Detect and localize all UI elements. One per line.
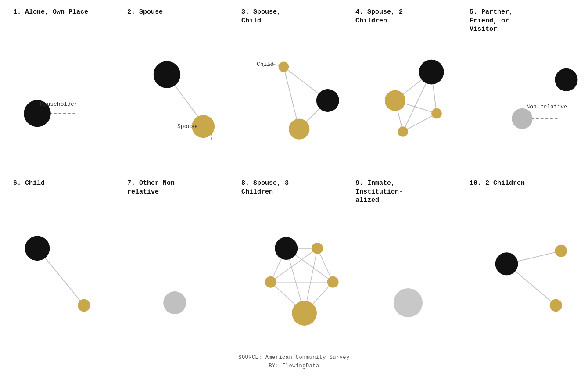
diagram-1: Householder [9,31,123,176]
main-grid: 1. Alone, Own Place Householder 2. Spous… [0,0,588,351]
title-10: 10. 2 Children [470,179,575,188]
svg-text:Non-relative: Non-relative [526,104,567,110]
cell-1: 1. Alone, Own Place Householder [9,4,123,176]
svg-point-12 [289,118,309,139]
cell-2: 2. Spouse Spouse [123,4,237,176]
diagram-4 [351,31,465,176]
diagram-9 [351,202,465,347]
svg-point-23 [398,126,408,137]
svg-point-25 [512,108,532,129]
title-2: 2. Spouse [127,8,233,17]
cell-6: 6. Child [9,176,123,347]
cell-8: 8. Spouse, 3Children [237,176,351,347]
diagram-7 [123,202,237,347]
diagram-6 [9,202,123,347]
svg-point-43 [312,243,323,254]
title-5: 5. Partner,Friend, orVisitor [470,8,575,34]
svg-point-51 [555,245,567,257]
title-1: 1. Alone, Own Place [13,8,118,17]
title-9: 9. Inmate,Institution-alized [355,179,461,205]
cell-7: 7. Other Non-relative [123,176,237,347]
svg-point-50 [495,252,518,275]
footer: SOURCE: American Community Survey BY: Fl… [0,351,588,374]
diagram-2: Spouse [123,31,237,176]
title-6: 6. Child [13,179,118,188]
svg-point-4 [154,61,180,88]
title-8: 8. Spouse, 3Children [241,179,347,196]
svg-point-10 [279,61,289,72]
svg-point-42 [275,237,298,260]
title-7: 7. Other Non-relative [127,179,233,196]
footer-source: SOURCE: American Community Survey [0,354,588,362]
cell-4: 4. Spouse, 2Children [351,4,465,176]
footer-by: BY: FlowingData [0,362,588,370]
svg-point-46 [292,301,317,326]
svg-point-52 [550,299,562,312]
diagram-5: Non-relative [465,31,579,176]
cell-5: 5. Partner,Friend, orVisitor Non-relativ… [465,4,579,176]
cell-3: 3. Spouse,Child Child [237,4,351,176]
svg-point-44 [327,276,339,288]
cell-9: 9. Inmate,Institution-alized [351,176,465,347]
cell-10: 10. 2 Children [465,176,579,347]
svg-text:Spouse: Spouse [177,123,198,130]
svg-point-45 [265,276,276,288]
diagram-3: Child [237,31,351,176]
svg-point-29 [25,236,50,261]
svg-point-31 [163,291,186,314]
svg-point-30 [78,299,90,312]
svg-text:Householder: Householder [40,101,78,108]
svg-line-19 [403,114,437,132]
svg-point-22 [431,108,442,119]
svg-point-26 [555,68,577,91]
svg-point-20 [419,60,444,85]
title-3: 3. Spouse,Child [241,8,347,25]
svg-point-21 [385,90,405,111]
svg-point-11 [316,89,339,112]
svg-text:Child: Child [257,61,274,68]
title-4: 4. Spouse, 2Children [355,8,461,25]
svg-point-47 [394,288,423,317]
diagram-8 [237,202,351,347]
diagram-10 [465,202,579,347]
